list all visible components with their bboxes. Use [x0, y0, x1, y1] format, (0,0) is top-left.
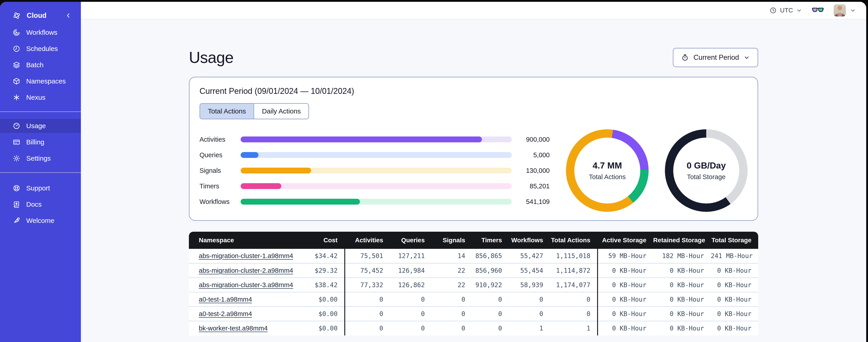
table-row: abs-migration-cluster-3.a98mm4$38.4277,3… [189, 278, 758, 292]
bar-row-queries: Queries5,000 [199, 151, 550, 159]
sidebar-item-batch[interactable]: Batch [0, 58, 81, 72]
bar-value: 900,000 [512, 136, 550, 143]
cell-active_storage: 0 KB-Hour [612, 296, 646, 303]
column-header-queries: Queries [390, 232, 432, 249]
period-selector-label: Current Period [693, 54, 739, 62]
chevron-down-icon [796, 7, 802, 13]
sidebar-item-welcome[interactable]: Welcome [0, 214, 81, 228]
cell-timers: 0 [498, 310, 502, 318]
sidebar-item-schedules[interactable]: Schedules [0, 42, 81, 56]
sidebar: Cloud WorkflowsSchedulesBatchNamespacesN… [0, 2, 81, 342]
period-selector-button[interactable]: Current Period [673, 48, 758, 67]
column-header-active_storage: Active Storage [597, 232, 653, 249]
bar-label: Activities [199, 136, 241, 143]
cell-queries: 126,862 [398, 281, 425, 289]
cell-activities: 0 [379, 310, 383, 318]
table-body: abs-migration-cluster-1.a98mm4$34.4275,5… [189, 249, 758, 336]
namespace-link[interactable]: abs-migration-cluster-2.a98mm4 [199, 267, 293, 274]
labs-toggle-button[interactable] [812, 6, 824, 14]
cell-cost: $0.00 [318, 324, 338, 332]
cell-total_actions: 0 [587, 310, 590, 318]
cell-retained_storage: 0 KB-Hour [670, 281, 704, 289]
brand-label: Cloud [27, 11, 46, 20]
column-header-total_storage: Total Storage [711, 232, 758, 249]
table-row: bk-worker-test.a98mm4$0.000000110 KB-Hou… [189, 321, 758, 336]
cell-total_storage: 0 KB-Hour [717, 324, 751, 332]
cell-total_storage: 0 KB-Hour [717, 296, 751, 303]
cell-active_storage: 0 KB-Hour [612, 310, 646, 318]
cell-activities: 0 [379, 296, 383, 303]
glasses-icon [812, 6, 824, 14]
sidebar-item-workflows[interactable]: Workflows [0, 26, 81, 39]
chevron-down-icon [850, 7, 856, 13]
account-menu[interactable] [834, 4, 856, 16]
bar-value: 130,000 [512, 167, 550, 174]
main-column: UTC Usage Current Period [81, 2, 866, 342]
namespace-link[interactable]: abs-migration-cluster-3.a98mm4 [199, 281, 293, 288]
cell-total_actions: 0 [587, 296, 590, 303]
sidebar-divider [0, 172, 81, 173]
namespace-link[interactable]: abs-migration-cluster-1.a98mm4 [199, 252, 293, 260]
usage-bars: Activities900,000Queries5,000Signals130,… [199, 136, 550, 206]
cell-total_storage: 0 KB-Hour [717, 267, 751, 274]
usage-summary-card: Current Period (09/01/2024 — 10/01/2024)… [189, 77, 758, 221]
usage-card-title: Current Period (09/01/2024 — 10/01/2024) [199, 87, 748, 96]
sidebar-collapse-button[interactable] [65, 12, 72, 19]
cell-signals: 0 [461, 324, 465, 332]
docs-icon [13, 201, 20, 208]
sidebar-item-docs[interactable]: Docs [0, 197, 81, 211]
bar-row-activities: Activities900,000 [199, 136, 550, 143]
temporal-logo-icon [13, 11, 21, 20]
total-actions-value: 4.7 MM [593, 161, 622, 171]
sidebar-item-nexus[interactable]: Nexus [0, 91, 81, 104]
namespaces-icon [13, 77, 20, 85]
sidebar-item-billing[interactable]: Billing [0, 135, 81, 149]
sidebar-item-namespaces[interactable]: Namespaces [0, 74, 81, 88]
cell-activities: 75,501 [360, 252, 383, 260]
namespace-usage-table: NamespaceCostActivitiesQueriesSignalsTim… [189, 232, 758, 336]
sidebar-item-label: Namespaces [26, 77, 66, 85]
support-icon [13, 184, 20, 192]
chevron-down-icon [744, 55, 750, 61]
column-header-timers: Timers [472, 232, 509, 249]
namespace-link[interactable]: bk-worker-test.a98mm4 [199, 324, 268, 332]
bar-track [241, 199, 512, 205]
namespace-link[interactable]: a0-test-2.a98mm4 [199, 310, 252, 317]
cell-total_storage: 241 MB-Hour [711, 252, 752, 260]
table-row: a0-test-1.a98mm4$0.000000000 KB-Hour0 KB… [189, 292, 758, 307]
sidebar-item-support[interactable]: Support [0, 181, 81, 195]
cell-cost: $29.32 [315, 267, 338, 274]
stopwatch-icon [681, 54, 689, 61]
total-actions-donut: 4.7 MM Total Actions [566, 129, 649, 212]
cell-activities: 0 [379, 324, 383, 332]
timezone-picker[interactable]: UTC [770, 7, 802, 14]
cell-retained_storage: 0 KB-Hour [670, 310, 704, 318]
sidebar-item-settings[interactable]: Settings [0, 151, 81, 165]
column-header-namespace: Namespace [189, 232, 290, 249]
nexus-icon [13, 94, 20, 101]
tab-daily-actions[interactable]: Daily Actions [253, 104, 308, 119]
bar-track [241, 152, 512, 158]
sidebar-brand: Cloud [0, 7, 81, 24]
cell-retained_storage: 182 MB-Hour [662, 252, 704, 260]
settings-icon [13, 155, 20, 162]
avatar [834, 4, 846, 16]
tab-total-actions[interactable]: Total Actions [200, 104, 253, 119]
cell-total_storage: 0 KB-Hour [717, 281, 751, 289]
cell-queries: 127,211 [398, 252, 425, 260]
cell-active_storage: 0 KB-Hour [612, 281, 646, 289]
cell-queries: 126,984 [398, 267, 425, 274]
bar-label: Signals [199, 167, 241, 174]
billing-icon [13, 138, 20, 146]
bar-value: 541,109 [512, 198, 550, 206]
sidebar-item-usage[interactable]: Usage [0, 119, 81, 133]
cell-workflows: 1 [539, 324, 543, 332]
column-header-workflows: Workflows [509, 232, 550, 249]
cell-queries: 0 [421, 310, 425, 318]
namespace-link[interactable]: a0-test-1.a98mm4 [199, 296, 252, 303]
cell-total_actions: 1 [587, 324, 590, 332]
cell-total_actions: 1,115,018 [556, 252, 590, 260]
bar-row-workflows: Workflows541,109 [199, 198, 550, 206]
cell-signals: 22 [458, 267, 465, 274]
sidebar-item-label: Nexus [26, 94, 45, 101]
